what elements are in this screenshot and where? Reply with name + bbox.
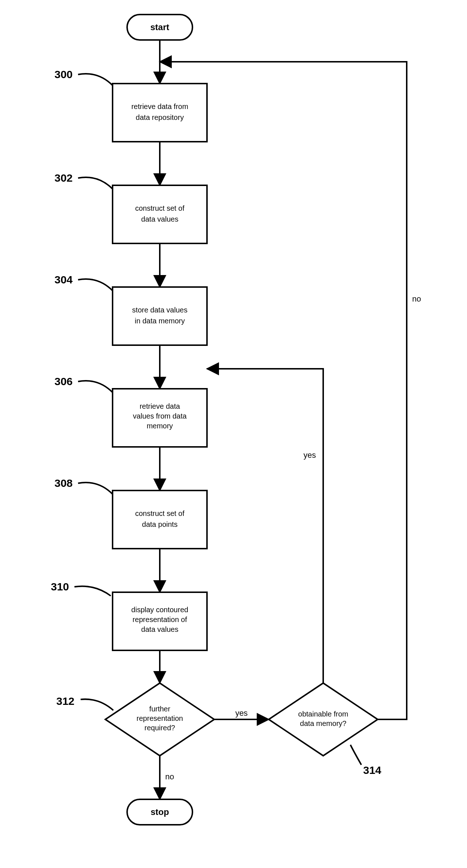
svg-rect-1 [113,84,207,142]
edge-314-no-label: no [412,294,421,303]
leader-304 [78,279,113,291]
label-308: 308 [54,477,73,489]
terminal-stop-text: stop [151,807,169,817]
label-300: 300 [54,68,73,80]
decision-312-line1: further [149,705,170,713]
terminal-stop: stop [127,799,192,825]
step-308: construct set of data points [113,490,207,549]
decision-314-line2: data memory? [300,719,346,727]
svg-rect-5 [113,490,207,549]
step-300-line1: retrieve data from [131,102,188,110]
decision-312-line3: required? [145,724,175,732]
step-304-line1: store data values [132,306,187,314]
step-306-line1: retrieve data [139,402,180,410]
leader-308 [78,483,113,494]
label-314: 314 [363,764,381,776]
step-306-line2: values from data [133,412,187,420]
step-310-line2: representation of [133,615,187,623]
step-300-line2: data repository [136,113,184,121]
step-302-line2: data values [141,215,178,223]
label-304: 304 [54,274,73,286]
decision-314-line1: obtainable from [298,710,348,718]
svg-rect-3 [113,287,207,345]
edge-312-yes-label: yes [235,708,248,718]
decision-314: obtainable from data memory? [269,683,378,756]
decision-312-line2: representation [137,714,183,722]
leader-306 [78,381,113,392]
step-310-line1: display contoured [131,606,188,614]
edge-314-yes-label: yes [304,451,316,460]
label-302: 302 [54,172,73,184]
terminal-start: start [127,15,192,40]
leader-314 [350,745,361,765]
step-302: construct set of data values [113,185,207,243]
step-308-line2: data points [142,520,178,528]
step-300: retrieve data from data repository [113,84,207,142]
flowchart: start retrieve data from data repository… [0,0,467,868]
label-310: 310 [51,581,69,593]
decision-312: further representation required? [105,683,214,756]
leader-302 [78,177,113,189]
step-306-line3: memory [147,422,173,430]
label-306: 306 [54,375,73,387]
leader-300 [78,74,113,85]
step-304-line2: in data memory [135,317,185,325]
leader-312 [81,699,113,710]
edge-314-yes-to-306 [207,369,323,683]
step-304: store data values in data memory [113,287,207,345]
step-310-line3: data values [141,625,178,633]
step-306: retrieve data values from data memory [113,389,207,447]
step-302-line1: construct set of [135,204,184,212]
edge-312-no-label: no [165,772,174,781]
terminal-start-text: start [150,22,169,32]
svg-rect-2 [113,185,207,243]
label-312: 312 [56,695,74,707]
step-308-line1: construct set of [135,509,184,517]
step-310: display contoured representation of data… [113,592,207,650]
leader-310 [74,586,111,596]
